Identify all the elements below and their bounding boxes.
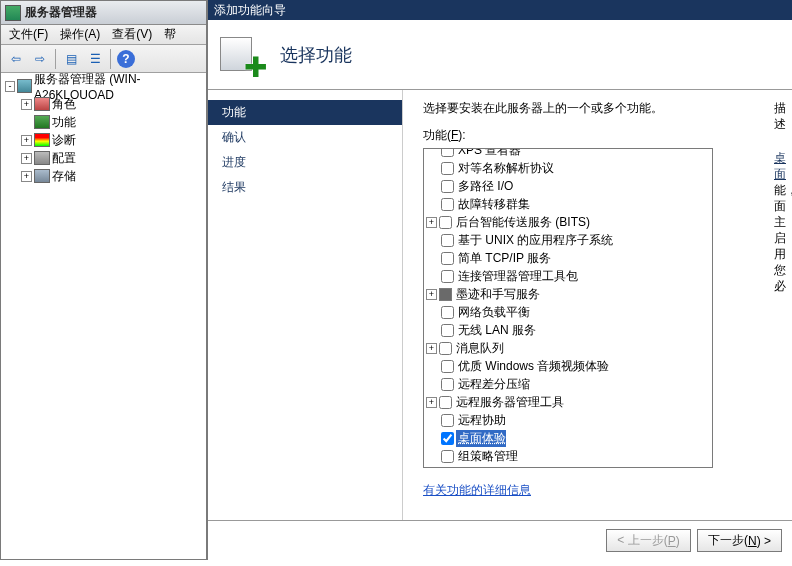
toolbar-separator <box>110 49 111 69</box>
feature-checkbox[interactable] <box>441 180 454 193</box>
feature-checkbox[interactable] <box>441 234 454 247</box>
expand-icon[interactable]: + <box>21 153 32 164</box>
feature-row[interactable]: 多路径 I/O <box>426 177 710 195</box>
help-button[interactable]: ? <box>115 48 137 70</box>
feature-row[interactable]: 网络负载平衡 <box>426 303 710 321</box>
feature-details-link[interactable]: 有关功能的详细信息 <box>423 482 778 499</box>
expand-icon[interactable]: + <box>21 171 32 182</box>
step-progress[interactable]: 进度 <box>208 150 402 175</box>
add-features-wizard: 添加功能向导 ✚ 选择功能 功能 确认 进度 结果 选择要安装在此服务器上的一个… <box>207 0 792 560</box>
feature-label[interactable]: 后台智能传送服务 (BITS) <box>454 214 590 231</box>
tree-node-storage[interactable]: + 存储 <box>3 167 204 185</box>
tree-label: 存储 <box>52 168 76 185</box>
feature-row[interactable]: +墨迹和手写服务 <box>426 285 710 303</box>
feature-row[interactable]: 远程协助 <box>426 411 710 429</box>
tree-node-diagnostics[interactable]: + 诊断 <box>3 131 204 149</box>
feature-row[interactable]: 简单 TCP/IP 服务 <box>426 249 710 267</box>
checkbox-partial-icon[interactable] <box>439 288 452 301</box>
tree-label: 角色 <box>52 96 76 113</box>
server-manager-title: 服务器管理器 <box>25 4 97 21</box>
wizard-body: 功能 确认 进度 结果 选择要安装在此服务器上的一个或多个功能。 功能(F): … <box>208 90 792 520</box>
feature-label[interactable]: 无线 LAN 服务 <box>456 322 536 339</box>
expand-icon[interactable]: + <box>426 343 437 354</box>
feature-label[interactable]: XPS 查看器 <box>456 148 521 159</box>
feature-checkbox[interactable] <box>441 148 454 157</box>
wizard-header-icon: ✚ <box>218 31 266 79</box>
feature-label[interactable]: 远程协助 <box>456 412 506 429</box>
step-features[interactable]: 功能 <box>208 100 402 125</box>
feature-checkbox[interactable] <box>441 306 454 319</box>
server-manager-toolbar: ⇦ ⇨ ▤ ☰ ? <box>1 45 206 73</box>
feature-row[interactable]: 对等名称解析协议 <box>426 159 710 177</box>
feature-checkbox[interactable] <box>439 342 452 355</box>
feature-label[interactable]: 消息队列 <box>454 340 504 357</box>
spacer <box>426 325 439 336</box>
feature-row[interactable]: +后台智能传送服务 (BITS) <box>426 213 710 231</box>
feature-checkbox[interactable] <box>441 414 454 427</box>
expand-icon[interactable]: + <box>21 135 32 146</box>
menu-view[interactable]: 查看(V) <box>108 24 156 45</box>
feature-row[interactable]: XPS 查看器 <box>426 148 710 159</box>
forward-button[interactable]: ⇨ <box>29 48 51 70</box>
feature-label[interactable]: 连接管理器管理工具包 <box>456 268 578 285</box>
spacer <box>426 148 439 156</box>
feature-checkbox[interactable] <box>441 432 454 445</box>
feature-row[interactable]: 故障转移群集 <box>426 195 710 213</box>
feature-label[interactable]: 墨迹和手写服务 <box>454 286 540 303</box>
toolbar-separator <box>55 49 56 69</box>
wizard-steps: 功能 确认 进度 结果 <box>208 90 403 520</box>
back-button[interactable]: ⇦ <box>5 48 27 70</box>
tree-node-features[interactable]: 功能 <box>3 113 204 131</box>
feature-label[interactable]: 网络负载平衡 <box>456 304 530 321</box>
expand-icon[interactable]: + <box>426 397 437 408</box>
next-button[interactable]: 下一步(N) > <box>697 529 782 552</box>
feature-label[interactable]: 多路径 I/O <box>456 178 513 195</box>
collapse-icon[interactable]: - <box>5 81 15 92</box>
feature-checkbox[interactable] <box>439 396 452 409</box>
features-listbox[interactable]: WinRM IIS 扩展WINS 服务器XPS 查看器对等名称解析协议多路径 I… <box>423 148 713 468</box>
feature-row[interactable]: 无线 LAN 服务 <box>426 321 710 339</box>
menu-help[interactable]: 帮 <box>160 24 180 45</box>
wizard-main: 选择要安装在此服务器上的一个或多个功能。 功能(F): WinRM IIS 扩展… <box>403 90 792 520</box>
feature-checkbox[interactable] <box>441 198 454 211</box>
feature-label[interactable]: 远程差分压缩 <box>456 376 530 393</box>
feature-label[interactable]: 简单 TCP/IP 服务 <box>456 250 551 267</box>
feature-label[interactable]: 组策略管理 <box>456 448 518 465</box>
feature-checkbox[interactable] <box>441 162 454 175</box>
feature-label[interactable]: 桌面体验 <box>456 430 506 447</box>
feature-checkbox[interactable] <box>441 324 454 337</box>
feature-checkbox[interactable] <box>441 378 454 391</box>
feature-checkbox[interactable] <box>441 360 454 373</box>
feature-label[interactable]: 故障转移群集 <box>456 196 530 213</box>
feature-label[interactable]: 优质 Windows 音频视频体验 <box>456 358 609 375</box>
feature-row[interactable]: 基于 UNIX 的应用程序子系统 <box>426 231 710 249</box>
tree-node-configuration[interactable]: + 配置 <box>3 149 204 167</box>
expand-icon[interactable]: + <box>21 99 32 110</box>
feature-row[interactable]: 连接管理器管理工具包 <box>426 267 710 285</box>
feature-row[interactable]: 组策略管理 <box>426 447 710 465</box>
wizard-header-title: 选择功能 <box>280 43 352 67</box>
wizard-title: 添加功能向导 <box>214 2 286 19</box>
feature-checkbox[interactable] <box>441 450 454 463</box>
expand-icon[interactable]: + <box>426 289 437 300</box>
feature-checkbox[interactable] <box>439 216 452 229</box>
server-manager-titlebar: 服务器管理器 <box>1 1 206 25</box>
menu-action[interactable]: 操作(A) <box>56 24 104 45</box>
step-results[interactable]: 结果 <box>208 175 402 200</box>
step-confirm[interactable]: 确认 <box>208 125 402 150</box>
feature-row[interactable]: 优质 Windows 音频视频体验 <box>426 357 710 375</box>
feature-label[interactable]: 基于 UNIX 的应用程序子系统 <box>456 232 613 249</box>
feature-checkbox[interactable] <box>441 252 454 265</box>
tree-root[interactable]: - 服务器管理器 (WIN-A26KLOUOAD <box>3 77 204 95</box>
feature-checkbox[interactable] <box>441 270 454 283</box>
show-hide-button[interactable]: ▤ <box>60 48 82 70</box>
feature-row[interactable]: +远程服务器管理工具 <box>426 393 710 411</box>
feature-row[interactable]: 远程差分压缩 <box>426 375 710 393</box>
feature-label[interactable]: 远程服务器管理工具 <box>454 394 564 411</box>
expand-icon[interactable]: + <box>426 217 437 228</box>
feature-label[interactable]: 对等名称解析协议 <box>456 160 554 177</box>
feature-row[interactable]: 桌面体验 <box>426 429 710 447</box>
feature-row[interactable]: +消息队列 <box>426 339 710 357</box>
properties-button[interactable]: ☰ <box>84 48 106 70</box>
menu-file[interactable]: 文件(F) <box>5 24 52 45</box>
